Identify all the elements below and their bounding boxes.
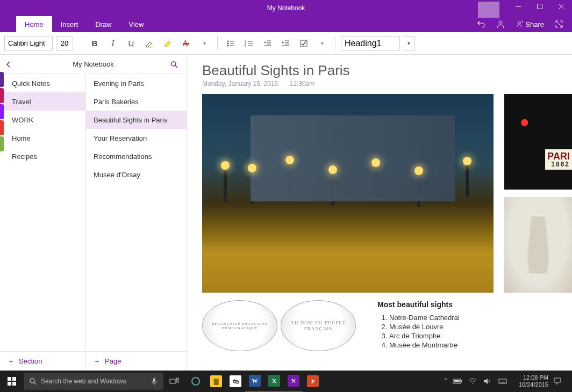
store-button[interactable]: 🛍: [226, 371, 245, 392]
section-color-tab[interactable]: [0, 88, 4, 103]
svg-rect-40: [176, 381, 178, 382]
sights-block[interactable]: Most beautiful sights Notre-Dame Cathedr…: [377, 300, 460, 351]
action-center-icon[interactable]: [554, 378, 569, 385]
add-page-label: Page: [105, 357, 121, 365]
font-color-button[interactable]: A: [178, 36, 194, 51]
tab-draw[interactable]: Draw: [87, 16, 120, 32]
add-page-button[interactable]: ＋Page: [86, 351, 187, 371]
svg-rect-45: [499, 379, 506, 383]
powerpoint-button[interactable]: P: [303, 371, 323, 392]
taskbar-clock[interactable]: 12:08 PM 10/24/2015: [519, 374, 548, 388]
ink-highlight-button[interactable]: [160, 36, 175, 51]
start-button[interactable]: [0, 371, 24, 392]
italic-button[interactable]: I: [105, 36, 120, 51]
page-item[interactable]: Paris Bakeries: [86, 92, 187, 111]
minimize-button[interactable]: [507, 0, 529, 14]
task-view-button[interactable]: [163, 371, 185, 392]
svg-line-30: [175, 66, 177, 68]
excel-button[interactable]: X: [264, 371, 284, 392]
side-photo-1[interactable]: PARI1862: [504, 94, 572, 190]
onenote-window: My Notebook Home Insert Draw View +Share…: [0, 0, 572, 371]
section-item[interactable]: Recipes: [0, 147, 85, 165]
highlight-button[interactable]: [142, 36, 157, 51]
svg-point-29: [171, 62, 176, 66]
nav-header: My Notebook: [0, 55, 187, 74]
share-button[interactable]: +Share: [510, 20, 549, 28]
svg-point-4: [499, 21, 502, 24]
indent-button[interactable]: [278, 36, 293, 51]
main-photo[interactable]: [202, 94, 494, 293]
coin-2: AU NOM DU PEUPLE FRANÇAIS: [281, 300, 356, 351]
svg-point-5: [518, 21, 520, 24]
section-item[interactable]: Home: [0, 129, 85, 147]
undo-button[interactable]: [471, 20, 491, 28]
explorer-button[interactable]: ▇: [206, 371, 226, 392]
svg-line-36: [34, 382, 36, 384]
nav-column: My Notebook Quick NotesTravelWORKHomeRec…: [0, 55, 187, 371]
page-title[interactable]: Beautiful Sights in Paris: [202, 62, 572, 79]
plus-icon: ＋: [94, 357, 101, 366]
tab-insert[interactable]: Insert: [52, 16, 87, 32]
page-content[interactable]: Beautiful Sights in Paris Monday, Januar…: [187, 55, 572, 371]
close-button[interactable]: [550, 0, 572, 14]
nav-search-button[interactable]: [170, 61, 181, 68]
outdent-button[interactable]: [260, 36, 275, 51]
section-color-tab[interactable]: [0, 120, 4, 135]
font-name-input[interactable]: [4, 37, 53, 50]
sights-heading: Most beautiful sights: [377, 300, 460, 309]
tab-home[interactable]: Home: [16, 16, 52, 32]
divider: [217, 37, 218, 50]
wifi-icon[interactable]: [468, 378, 483, 384]
svg-rect-43: [461, 380, 462, 382]
page-item[interactable]: Musee d'Orsay: [86, 165, 187, 184]
todo-tag-button[interactable]: [296, 36, 311, 51]
windows-taskbar: Search the web and Windows ▇ 🛍 W X N P ˄…: [0, 371, 572, 392]
page-date: Monday, January 15, 2016: [202, 80, 278, 88]
svg-rect-32: [12, 377, 16, 381]
mic-icon[interactable]: [151, 378, 158, 385]
bullets-button[interactable]: [223, 36, 238, 51]
svg-rect-1: [538, 4, 542, 9]
font-color-chevron-icon[interactable]: ▾: [197, 36, 212, 51]
page-item[interactable]: Evening in Paris: [86, 74, 187, 92]
tag-chevron-icon[interactable]: ▾: [314, 36, 330, 51]
section-item[interactable]: Quick Notes: [0, 74, 85, 92]
maximize-button[interactable]: [529, 0, 550, 14]
style-select[interactable]: Heading1: [341, 37, 400, 50]
section-item[interactable]: Travel: [0, 92, 85, 111]
style-chevron-icon[interactable]: ▾: [403, 37, 415, 50]
page-item[interactable]: Your Reservation: [86, 129, 187, 147]
bold-button[interactable]: B: [87, 36, 102, 51]
section-color-tab[interactable]: [0, 136, 4, 151]
account-button[interactable]: [491, 20, 510, 28]
font-size-input[interactable]: [56, 37, 73, 50]
onenote-button[interactable]: N: [284, 371, 303, 392]
taskbar-search[interactable]: Search the web and Windows: [24, 373, 163, 390]
numbering-button[interactable]: 123: [241, 36, 256, 51]
keyboard-icon[interactable]: [498, 378, 513, 384]
fullscreen-button[interactable]: [549, 20, 569, 28]
section-item[interactable]: WORK: [0, 111, 85, 129]
tray-chevron-icon[interactable]: ˄: [438, 378, 453, 385]
svg-rect-38: [170, 379, 175, 383]
section-color-tab[interactable]: [0, 104, 4, 119]
window-controls: [478, 0, 572, 18]
section-color-tab[interactable]: [0, 72, 4, 87]
battery-icon[interactable]: [453, 379, 468, 384]
search-icon: [29, 378, 37, 385]
page-item[interactable]: Beautiful Sights in Paris: [86, 111, 187, 129]
word-button[interactable]: W: [245, 371, 264, 392]
nav-back-button[interactable]: [5, 61, 16, 68]
add-section-button[interactable]: ＋Section: [0, 351, 85, 371]
side-photo-2[interactable]: [504, 197, 572, 293]
svg-rect-44: [454, 380, 460, 382]
volume-icon[interactable]: [483, 378, 498, 384]
underline-button[interactable]: U: [124, 36, 139, 51]
tab-view[interactable]: View: [120, 16, 153, 32]
edge-button[interactable]: [185, 371, 206, 392]
page-item[interactable]: Recommendations: [86, 147, 187, 165]
coin-images[interactable]: REPUBLIQUE FRANCAISE DEMOCRATIQUE AU NOM…: [202, 300, 356, 351]
svg-rect-33: [8, 382, 11, 386]
clock-date: 10/24/2015: [519, 381, 548, 388]
notebook-name[interactable]: My Notebook: [16, 60, 170, 68]
